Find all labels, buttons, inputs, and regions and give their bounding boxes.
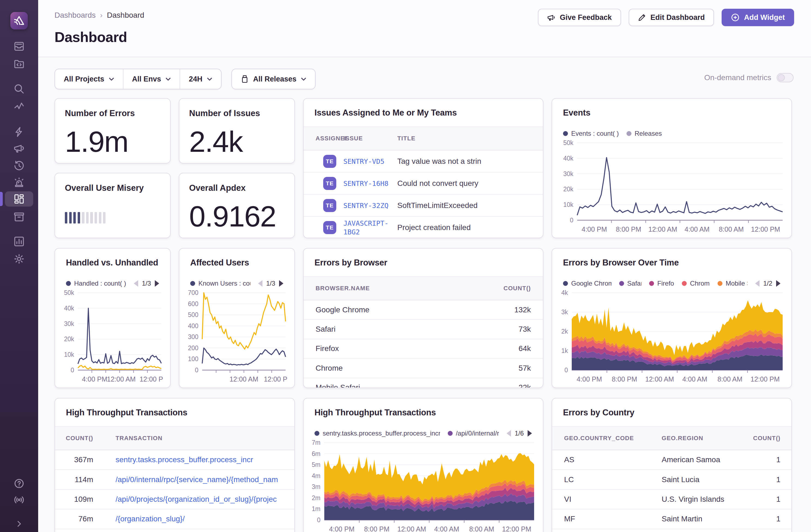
project-filter[interactable]: All Projects — [55, 69, 123, 89]
svg-text:7m: 7m — [312, 439, 320, 446]
pager-label: 1/2 — [763, 279, 772, 287]
events-chart[interactable]: 010k20k30k40k50k4:00 PM8:00 PM12:00 AM4:… — [556, 137, 787, 237]
country-count: 1 — [748, 455, 791, 464]
widget-title: Errors by Browser Over Time — [552, 248, 791, 276]
browser-count: 64k — [483, 344, 543, 353]
sidebar-item-help[interactable] — [0, 475, 38, 492]
svg-text:12:00 P: 12:00 P — [139, 375, 163, 383]
pager-prev-icon[interactable] — [507, 430, 511, 437]
breadcrumb-dashboards[interactable]: Dashboards — [55, 11, 96, 20]
legend-dot — [66, 281, 71, 286]
sentry-logo-icon — [13, 14, 26, 27]
svg-text:0: 0 — [570, 217, 573, 224]
errors-by-browser-chart[interactable]: 01k2k3k4k4:00 PM8:00 PM12:00 AM4:00 AM8:… — [556, 287, 787, 386]
misery-bar — [73, 212, 76, 224]
sidebar-item-stats[interactable] — [0, 233, 38, 250]
svg-text:12:00 P: 12:00 P — [264, 375, 287, 383]
sidebar-item-releases[interactable] — [0, 209, 38, 225]
pager-label: 1/6 — [515, 429, 524, 437]
legend-item[interactable]: Known Users : cour — [190, 279, 250, 287]
assignee-avatar[interactable]: TE — [323, 199, 336, 212]
misery-bar — [103, 212, 105, 224]
big-number-value: 2.4k — [179, 119, 294, 156]
sidebar-item-alerts[interactable] — [0, 174, 38, 191]
issue-link[interactable]: SENTRY-VD5 — [343, 157, 384, 165]
sidebar-item-replays[interactable] — [0, 157, 38, 174]
legend-item[interactable]: Handled : count( ) — [66, 279, 126, 287]
affected-users-chart[interactable]: 010020030040050060070012:00 AM12:00 P — [184, 287, 290, 386]
legend-dot — [627, 131, 631, 136]
svg-text:10k: 10k — [64, 351, 74, 358]
country-code: LC — [552, 475, 662, 484]
issue-link[interactable]: JAVASCRIPT-1BG2 — [343, 219, 388, 236]
sidebar-item-explore[interactable] — [0, 81, 38, 97]
legend-item[interactable]: Google Chrome — [563, 279, 612, 287]
svg-text:4:00 AM: 4:00 AM — [683, 375, 707, 383]
sidebar-item-collapse[interactable] — [0, 516, 38, 532]
releases-filter[interactable]: All Releases — [231, 69, 316, 89]
svg-text:4:00 PM: 4:00 PM — [82, 375, 107, 383]
sidebar-item-feedback[interactable] — [0, 140, 38, 156]
sidebar-item-projects[interactable] — [0, 56, 38, 72]
pager-next-icon[interactable] — [155, 280, 159, 287]
issue-link[interactable]: SENTRY-32ZQ — [343, 202, 388, 210]
legend-item[interactable]: Chrome — [682, 279, 710, 287]
table-row: 76m/{organization_slug}/ — [55, 510, 294, 529]
legend-item[interactable]: Safari — [619, 279, 642, 287]
environment-filter[interactable]: All Envs — [123, 69, 180, 89]
edit-dashboard-button[interactable]: Edit Dashboard — [629, 9, 714, 26]
filter-bar: All Projects All Envs 24H All Releases — [55, 69, 316, 89]
table-row: TESENTRY-VD5Tag value was not a strin — [304, 150, 543, 172]
legend-item[interactable]: Firefox — [649, 279, 674, 287]
on-demand-toggle[interactable] — [777, 73, 794, 82]
misery-gauge — [55, 194, 170, 224]
sidebar-item-performance[interactable] — [0, 124, 38, 140]
sidebar-item-settings[interactable] — [0, 251, 38, 267]
svg-text:4:00 PM: 4:00 PM — [329, 525, 354, 532]
legend-item[interactable]: sentry.tasks.process_buffer.process_incr — [315, 429, 440, 437]
sidebar-item-broadcast[interactable] — [0, 492, 38, 508]
siren-icon — [13, 177, 25, 188]
htt-chart[interactable]: 01m2m3m4m5m6m7m4:00 PM8:00 PM12:00 AM4:0… — [308, 437, 538, 532]
widget-title: Issues Assigned to Me or My Teams — [304, 98, 543, 126]
legend-item[interactable]: Mobile S — [718, 279, 748, 287]
pager-label: 1/3 — [142, 279, 151, 287]
give-feedback-button[interactable]: Give Feedback — [538, 9, 621, 26]
assignee-avatar[interactable]: TE — [323, 155, 336, 168]
svg-text:30k: 30k — [64, 320, 74, 327]
topbar: Dashboards › Dashboard Dashboard Give Fe… — [38, 0, 811, 57]
chart-legend: Events : count( )Releases — [552, 126, 791, 137]
sidebar-item-issues[interactable] — [0, 38, 38, 55]
browser-name: Mobile Safari — [304, 383, 483, 388]
svg-text:12:00 AM: 12:00 AM — [107, 375, 136, 383]
handled-chart[interactable]: 010k20k30k40k50k4:00 PM12:00 AM12:00 P — [59, 287, 166, 386]
transaction-link[interactable]: /api/0/internal/rpc/{service_name}/{meth… — [116, 475, 278, 484]
sidebar-item-metrics[interactable] — [0, 98, 38, 115]
legend-item[interactable]: Releases — [627, 130, 662, 137]
pager-next-icon[interactable] — [776, 280, 780, 287]
assignee-avatar[interactable]: TE — [323, 177, 336, 190]
transaction-link[interactable]: sentry.tasks.process_buffer.process_incr — [116, 455, 253, 464]
time-filter[interactable]: 24H — [180, 69, 221, 89]
svg-text:400: 400 — [188, 322, 198, 330]
pager-prev-icon[interactable] — [258, 280, 262, 287]
pager-next-icon[interactable] — [279, 280, 284, 287]
add-widget-button[interactable]: Add Widget — [722, 9, 794, 26]
transaction-link[interactable]: /{organization_slug}/ — [116, 515, 185, 523]
transaction-link[interactable]: /api/0/projects/{organization_id_or_slug… — [116, 495, 277, 503]
sentry-logo[interactable] — [10, 12, 28, 29]
pager-prev-icon[interactable] — [134, 280, 138, 287]
pager-prev-icon[interactable] — [755, 280, 760, 287]
table-row: VIU.S. Virgin Islands1 — [552, 490, 791, 510]
pager-next-icon[interactable] — [527, 430, 532, 437]
sidebar-item-dashboards[interactable] — [0, 191, 38, 207]
svg-text:0: 0 — [195, 367, 198, 374]
chevron-down-icon — [165, 77, 171, 81]
assignee-avatar[interactable]: TE — [323, 221, 336, 234]
legend-item[interactable]: /api/0/internal/r — [448, 429, 499, 437]
replay-icon — [13, 160, 25, 172]
legend-item[interactable]: Events : count( ) — [563, 130, 619, 137]
country-code: VI — [552, 495, 662, 504]
issue-link[interactable]: SENTRY-16H8 — [343, 180, 388, 187]
widget-title: Errors by Country — [552, 398, 791, 426]
